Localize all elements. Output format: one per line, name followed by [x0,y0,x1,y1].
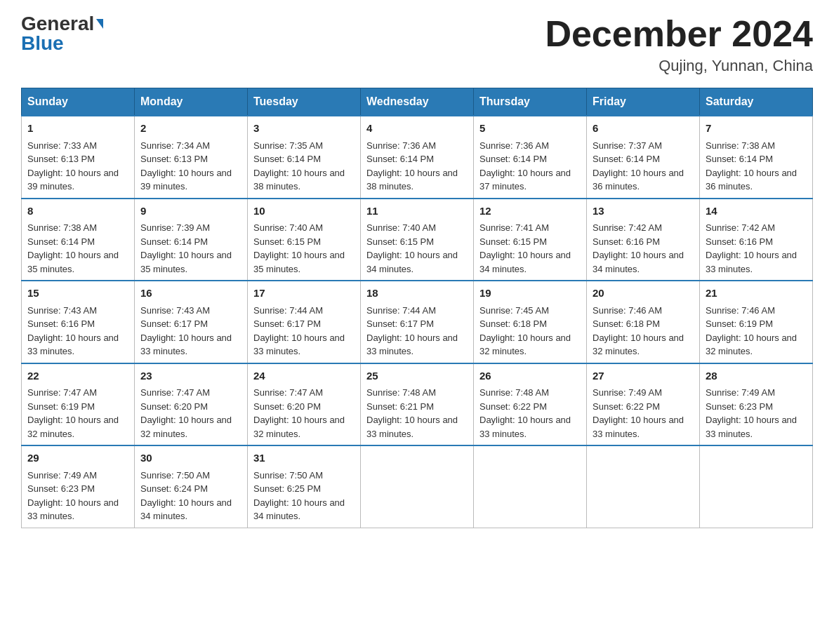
day-number: 2 [140,121,241,137]
calendar-week-row: 8Sunrise: 7:38 AMSunset: 6:14 PMDaylight… [22,199,813,281]
table-row: 16Sunrise: 7:43 AMSunset: 6:17 PMDayligh… [135,281,248,363]
table-row: 3Sunrise: 7:35 AMSunset: 6:14 PMDaylight… [248,116,361,199]
day-number: 25 [366,368,468,384]
day-number: 9 [140,203,241,220]
day-number: 14 [706,203,807,220]
calendar-header-row: Sunday Monday Tuesday Wednesday Thursday… [22,88,813,116]
table-row [587,445,700,528]
day-number: 29 [27,450,128,467]
calendar-week-row: 22Sunrise: 7:47 AMSunset: 6:19 PMDayligh… [22,363,813,446]
day-number: 16 [140,286,241,302]
table-row: 15Sunrise: 7:43 AMSunset: 6:16 PMDayligh… [22,281,135,363]
calendar-title: December 2024 [545,14,813,54]
day-number: 24 [253,368,355,384]
day-number: 7 [706,121,807,137]
table-row: 19Sunrise: 7:45 AMSunset: 6:18 PMDayligh… [474,281,587,363]
header-monday: Monday [135,88,248,116]
table-row: 27Sunrise: 7:49 AMSunset: 6:22 PMDayligh… [587,363,700,446]
table-row: 4Sunrise: 7:36 AMSunset: 6:14 PMDaylight… [361,116,474,199]
table-row [361,445,474,528]
header-friday: Friday [587,88,700,116]
table-row: 22Sunrise: 7:47 AMSunset: 6:19 PMDayligh… [22,363,135,446]
table-row: 11Sunrise: 7:40 AMSunset: 6:15 PMDayligh… [361,199,474,281]
calendar-subtitle: Qujing, Yunnan, China [545,57,813,75]
table-row: 9Sunrise: 7:39 AMSunset: 6:14 PMDaylight… [135,199,248,281]
table-row: 7Sunrise: 7:38 AMSunset: 6:14 PMDaylight… [700,116,813,199]
day-number: 26 [479,368,581,384]
day-number: 4 [366,121,468,137]
day-number: 31 [253,450,355,467]
calendar-week-row: 15Sunrise: 7:43 AMSunset: 6:16 PMDayligh… [22,281,813,363]
day-number: 10 [253,203,355,220]
logo: General Blue [21,14,103,53]
table-row: 10Sunrise: 7:40 AMSunset: 6:15 PMDayligh… [248,199,361,281]
table-row: 29Sunrise: 7:49 AMSunset: 6:23 PMDayligh… [22,445,135,528]
header-saturday: Saturday [700,88,813,116]
table-row: 26Sunrise: 7:48 AMSunset: 6:22 PMDayligh… [474,363,587,446]
table-row: 24Sunrise: 7:47 AMSunset: 6:20 PMDayligh… [248,363,361,446]
header-wednesday: Wednesday [361,88,474,116]
day-number: 17 [253,286,355,302]
day-number: 1 [27,121,128,137]
day-number: 6 [593,121,694,137]
day-number: 12 [479,203,581,220]
table-row: 20Sunrise: 7:46 AMSunset: 6:18 PMDayligh… [587,281,700,363]
calendar-week-row: 1Sunrise: 7:33 AMSunset: 6:13 PMDaylight… [22,116,813,199]
calendar-week-row: 29Sunrise: 7:49 AMSunset: 6:23 PMDayligh… [22,445,813,528]
day-number: 27 [593,368,694,384]
day-number: 19 [479,286,581,302]
logo-general-text: General [21,14,94,34]
header-thursday: Thursday [474,88,587,116]
day-number: 28 [706,368,807,384]
header-sunday: Sunday [22,88,135,116]
table-row: 14Sunrise: 7:42 AMSunset: 6:16 PMDayligh… [700,199,813,281]
day-number: 15 [27,286,128,302]
day-number: 21 [706,286,807,302]
table-row: 8Sunrise: 7:38 AMSunset: 6:14 PMDaylight… [22,199,135,281]
table-row: 25Sunrise: 7:48 AMSunset: 6:21 PMDayligh… [361,363,474,446]
table-row: 13Sunrise: 7:42 AMSunset: 6:16 PMDayligh… [587,199,700,281]
day-number: 11 [366,203,468,220]
day-number: 30 [140,450,241,467]
table-row: 6Sunrise: 7:37 AMSunset: 6:14 PMDaylight… [587,116,700,199]
day-number: 5 [479,121,581,137]
table-row: 12Sunrise: 7:41 AMSunset: 6:15 PMDayligh… [474,199,587,281]
day-number: 22 [27,368,128,384]
table-row [700,445,813,528]
day-number: 8 [27,203,128,220]
title-block: December 2024 Qujing, Yunnan, China [545,14,813,75]
page-header: General Blue December 2024 Qujing, Yunna… [21,14,813,75]
table-row: 30Sunrise: 7:50 AMSunset: 6:24 PMDayligh… [135,445,248,528]
table-row [474,445,587,528]
table-row: 28Sunrise: 7:49 AMSunset: 6:23 PMDayligh… [700,363,813,446]
day-number: 20 [593,286,694,302]
logo-triangle-icon [96,19,103,29]
table-row: 18Sunrise: 7:44 AMSunset: 6:17 PMDayligh… [361,281,474,363]
day-number: 18 [366,286,468,302]
table-row: 1Sunrise: 7:33 AMSunset: 6:13 PMDaylight… [22,116,135,199]
day-number: 23 [140,368,241,384]
table-row: 21Sunrise: 7:46 AMSunset: 6:19 PMDayligh… [700,281,813,363]
day-number: 3 [253,121,355,137]
table-row: 23Sunrise: 7:47 AMSunset: 6:20 PMDayligh… [135,363,248,446]
table-row: 2Sunrise: 7:34 AMSunset: 6:13 PMDaylight… [135,116,248,199]
table-row: 5Sunrise: 7:36 AMSunset: 6:14 PMDaylight… [474,116,587,199]
table-row: 17Sunrise: 7:44 AMSunset: 6:17 PMDayligh… [248,281,361,363]
header-tuesday: Tuesday [248,88,361,116]
calendar-table: Sunday Monday Tuesday Wednesday Thursday… [21,88,813,528]
day-number: 13 [593,203,694,220]
logo-blue-text: Blue [21,34,64,53]
table-row: 31Sunrise: 7:50 AMSunset: 6:25 PMDayligh… [248,445,361,528]
